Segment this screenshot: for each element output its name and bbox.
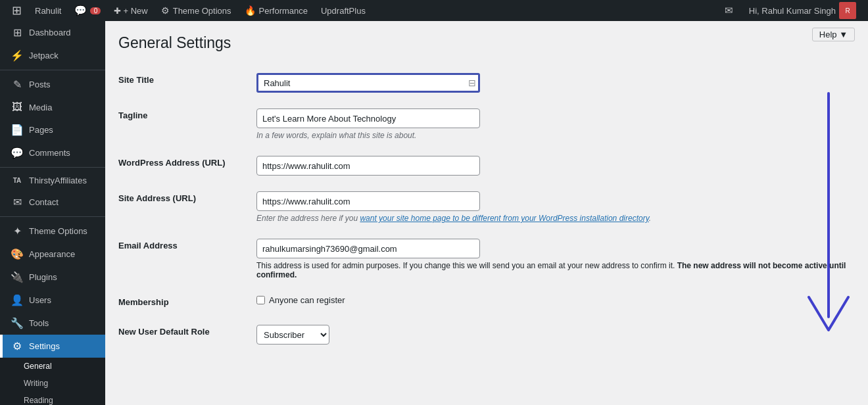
posts-icon: ✎ [11, 78, 24, 91]
adminbar-user-greeting[interactable]: Hi, Rahul Kumar Singh R [742, 0, 863, 21]
new-user-role-select[interactable]: Subscriber Contributor Author Editor Adm… [256, 325, 329, 345]
wp-address-label: WordPress Address (URL) [118, 148, 256, 183]
adminbar-updraftplus[interactable]: UpdraftPlus [314, 0, 372, 21]
submenu-item-general[interactable]: General [0, 358, 105, 375]
comments-count-badge: 0 [90, 7, 101, 14]
theme-options-icon: ⚙ [161, 5, 170, 16]
theme-options-sidebar-icon: ✦ [11, 225, 24, 237]
sidebar-item-appearance[interactable]: 🎨 Appearance [0, 243, 105, 266]
comments-icon: 💬 [11, 147, 24, 159]
adminbar-comments[interactable]: 💬 0 [68, 0, 107, 21]
help-button[interactable]: Help ▼ [812, 28, 855, 41]
adminbar-right: ✉ Hi, Rahul Kumar Singh R [718, 0, 863, 21]
email-label: Email Address [118, 231, 256, 287]
site-address-link[interactable]: want your site home page to be different… [360, 214, 648, 223]
membership-checkbox[interactable] [256, 296, 265, 304]
site-address-input[interactable] [256, 191, 480, 211]
page-title: General Settings [118, 34, 855, 52]
tagline-description: In a few words, explain what this site i… [256, 131, 855, 140]
sidebar-item-theme-options[interactable]: ✦ Theme Options [0, 220, 105, 243]
sidebar-item-posts[interactable]: ✎ Posts [0, 73, 105, 96]
submenu-item-writing[interactable]: Writing [0, 375, 105, 392]
sidebar-menu: ⊞ Dashboard ⚡ Jetpack ✎ Posts 🖼 Media 📄 … [0, 21, 105, 405]
users-icon: 👤 [11, 294, 24, 306]
media-icon: 🖼 [11, 101, 24, 113]
pages-icon: 📄 [11, 124, 24, 136]
adminbar-message-icon[interactable]: ✉ [718, 0, 740, 21]
adminbar-new[interactable]: ✚ + New [107, 0, 154, 21]
admin-bar: ⊞ Rahulit 💬 0 ✚ + New ⚙ Theme Options 🔥 … [0, 0, 868, 21]
comment-icon: 💬 [74, 5, 87, 16]
thirsty-icon: TA [11, 177, 24, 184]
message-icon: ✉ [725, 5, 733, 16]
sidebar-item-dashboard[interactable]: ⊞ Dashboard [0, 21, 105, 44]
contact-icon: ✉ [11, 196, 24, 208]
submenu-item-reading[interactable]: Reading [0, 392, 105, 405]
site-title-input-wrapper: ⊟ [256, 73, 480, 93]
adminbar-site-name[interactable]: Rahulit [28, 0, 68, 21]
sidebar-item-plugins[interactable]: 🔌 Plugins [0, 266, 105, 289]
settings-submenu: General Writing Reading [0, 358, 105, 405]
dashboard-icon: ⊞ [11, 26, 24, 39]
membership-label: Membership [118, 287, 256, 317]
new-user-role-label: New User Default Role [118, 317, 256, 352]
sidebar-item-contact[interactable]: ✉ Contact [0, 191, 105, 214]
sidebar-item-jetpack[interactable]: ⚡ Jetpack [0, 44, 105, 67]
performance-icon: 🔥 [245, 5, 256, 16]
plus-icon: ✚ [114, 6, 121, 16]
new-user-role-row: New User Default Role Subscriber Contrib… [118, 317, 855, 352]
tools-icon: 🔧 [11, 317, 24, 329]
tagline-row: Tagline In a few words, explain what thi… [118, 101, 855, 148]
sidebar: ⊞ Dashboard ⚡ Jetpack ✎ Posts 🖼 Media 📄 … [0, 21, 105, 405]
sidebar-item-comments[interactable]: 💬 Comments [0, 141, 105, 164]
input-clear-icon: ⊟ [468, 78, 476, 88]
site-address-row: Site Address (URL) Enter the address her… [118, 183, 855, 231]
appearance-icon: 🎨 [11, 248, 24, 260]
sidebar-item-users[interactable]: 👤 Users [0, 289, 105, 312]
adminbar-theme-options[interactable]: ⚙ Theme Options [155, 0, 238, 21]
email-input[interactable] [256, 239, 480, 258]
email-description: This address is used for admin purposes.… [256, 261, 855, 279]
sidebar-item-thirstyaffiliates[interactable]: TA ThirstyAffiliates [0, 170, 105, 191]
email-row: Email Address This address is used for a… [118, 231, 855, 287]
membership-checkbox-label[interactable]: Anyone can register [256, 295, 855, 305]
plugins-icon: 🔌 [11, 271, 24, 283]
site-title-label: Site Title [118, 65, 256, 101]
settings-form-table: Site Title ⊟ Tagline In [118, 65, 855, 352]
site-title-input[interactable] [256, 73, 480, 93]
avatar: R [839, 2, 856, 19]
wp-layout: ⊞ Dashboard ⚡ Jetpack ✎ Posts 🖼 Media 📄 … [0, 21, 868, 405]
main-content: Help ▼ General Settings Site Title ⊟ [105, 21, 868, 405]
site-title-row: Site Title ⊟ [118, 65, 855, 101]
jetpack-icon: ⚡ [11, 49, 24, 62]
settings-icon: ⚙ [11, 340, 24, 352]
wp-address-row: WordPress Address (URL) [118, 148, 855, 183]
wp-address-input[interactable] [256, 156, 480, 176]
tagline-input[interactable] [256, 108, 480, 128]
sidebar-item-tools[interactable]: 🔧 Tools [0, 312, 105, 335]
site-address-label: Site Address (URL) [118, 183, 256, 231]
page-wrap: General Settings Site Title ⊟ [118, 34, 855, 352]
adminbar-wp-logo[interactable]: ⊞ [5, 0, 28, 21]
sidebar-item-pages[interactable]: 📄 Pages [0, 118, 105, 141]
sidebar-item-settings[interactable]: ⚙ Settings [0, 335, 105, 358]
adminbar-performance[interactable]: 🔥 Performance [238, 0, 314, 21]
site-address-description: Enter the address here if you want your … [256, 214, 855, 223]
membership-row: Membership Anyone can register [118, 287, 855, 317]
tagline-label: Tagline [118, 101, 256, 148]
sidebar-item-media[interactable]: 🖼 Media [0, 96, 105, 118]
